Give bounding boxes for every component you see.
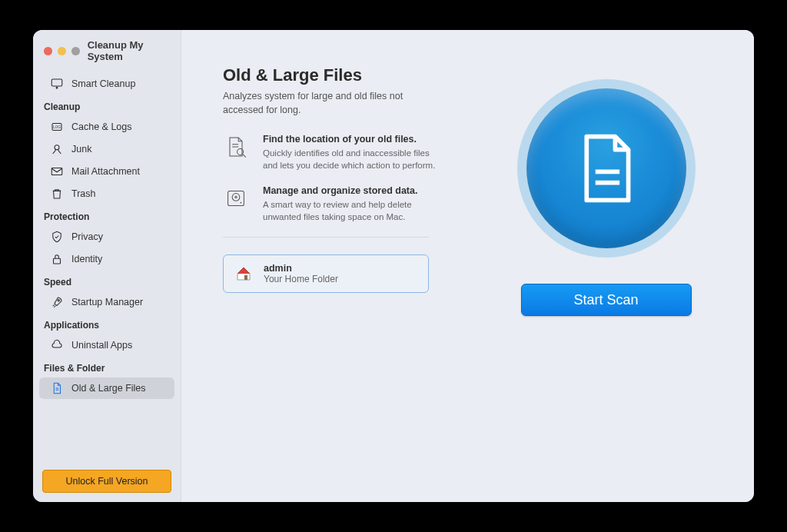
sidebar-item-label: Privacy bbox=[71, 231, 103, 242]
svg-text:LOG: LOG bbox=[53, 125, 61, 129]
sidebar-item-cache-logs[interactable]: LOG Cache & Logs bbox=[39, 116, 174, 138]
sidebar-section-files-folder: Files & Folder bbox=[33, 357, 181, 377]
sidebar-item-label: Uninstall Apps bbox=[71, 340, 132, 351]
sidebar-section-speed: Speed bbox=[33, 271, 181, 291]
apps-icon bbox=[50, 338, 64, 352]
svg-point-15 bbox=[232, 194, 240, 201]
monitor-icon bbox=[50, 77, 64, 91]
sidebar-item-old-large-files[interactable]: Old & Large Files bbox=[39, 377, 174, 399]
sidebar-nav: Smart Cleanup Cleanup LOG Cache & Logs J… bbox=[33, 73, 181, 470]
folder-text: admin Your Home Folder bbox=[264, 263, 338, 284]
sidebar-item-label: Cache & Logs bbox=[71, 121, 132, 132]
zoom-window-button[interactable] bbox=[71, 47, 80, 55]
svg-point-17 bbox=[240, 202, 241, 204]
sidebar-item-label: Trash bbox=[71, 188, 96, 199]
disk-icon bbox=[223, 185, 249, 211]
log-icon: LOG bbox=[50, 120, 64, 134]
sidebar-item-trash[interactable]: Trash bbox=[39, 183, 174, 204]
right-column: Start Scan bbox=[458, 30, 754, 502]
feature-manage-data: Manage and organize stored data. A smart… bbox=[223, 185, 458, 223]
svg-point-7 bbox=[58, 300, 59, 301]
sidebar-section-protection: Protection bbox=[33, 205, 181, 225]
feature-text: Manage and organize stored data. A smart… bbox=[263, 185, 440, 223]
sidebar-item-uninstall-apps[interactable]: Uninstall Apps bbox=[39, 334, 174, 356]
svg-rect-6 bbox=[54, 258, 61, 264]
unlock-label: Unlock Full Version bbox=[66, 476, 148, 487]
sidebar-item-label: Mail Attachment bbox=[71, 166, 140, 177]
trash-icon bbox=[50, 187, 64, 201]
feature-heading: Find the location of your old files. bbox=[263, 134, 440, 145]
home-icon bbox=[234, 264, 253, 283]
mail-icon bbox=[50, 165, 64, 178]
sidebar: Cleanup My System Smart Cleanup Cleanup … bbox=[33, 30, 181, 502]
feature-body: A smart way to review and help delete un… bbox=[263, 198, 440, 223]
start-scan-button[interactable]: Start Scan bbox=[521, 284, 692, 316]
sidebar-item-startup-manager[interactable]: Startup Manager bbox=[39, 291, 174, 313]
divider bbox=[223, 237, 429, 238]
junk-icon bbox=[50, 142, 64, 156]
svg-point-16 bbox=[235, 196, 237, 198]
folder-name: admin bbox=[264, 263, 338, 274]
close-window-button[interactable] bbox=[44, 47, 52, 55]
sidebar-item-mail-attachment[interactable]: Mail Attachment bbox=[39, 161, 174, 182]
page-subtitle: Analyzes system for large and old files … bbox=[223, 90, 438, 117]
content-column: Old & Large Files Analyzes system for la… bbox=[181, 30, 458, 502]
start-scan-label: Start Scan bbox=[573, 292, 638, 308]
svg-point-4 bbox=[55, 145, 59, 150]
svg-rect-0 bbox=[51, 79, 62, 86]
folder-desc: Your Home Folder bbox=[264, 274, 338, 284]
sidebar-item-identity[interactable]: Identity bbox=[39, 248, 174, 270]
rocket-icon bbox=[50, 295, 64, 309]
sidebar-item-label: Old & Large Files bbox=[71, 383, 146, 394]
page-title: Old & Large Files bbox=[223, 65, 458, 85]
lock-icon bbox=[50, 252, 64, 266]
feature-text: Find the location of your old files. Qui… bbox=[263, 134, 440, 171]
feature-body: Quickly identifies old and inaccessible … bbox=[263, 147, 440, 171]
large-file-icon bbox=[572, 130, 641, 207]
sidebar-item-smart-cleanup[interactable]: Smart Cleanup bbox=[39, 73, 174, 95]
minimize-window-button[interactable] bbox=[58, 47, 66, 55]
app-title: Cleanup My System bbox=[88, 39, 181, 62]
unlock-full-version-button[interactable]: Unlock Full Version bbox=[42, 470, 171, 493]
app-window: Cleanup My System Smart Cleanup Cleanup … bbox=[33, 30, 754, 502]
sidebar-item-label: Identity bbox=[71, 254, 102, 264]
sidebar-section-applications: Applications bbox=[33, 314, 181, 334]
sidebar-item-privacy[interactable]: Privacy bbox=[39, 226, 174, 248]
home-folder-card[interactable]: admin Your Home Folder bbox=[223, 254, 429, 293]
sidebar-item-junk[interactable]: Junk bbox=[39, 138, 174, 160]
sidebar-item-label: Startup Manager bbox=[71, 297, 143, 308]
sidebar-section-cleanup: Cleanup bbox=[33, 95, 181, 115]
document-search-icon bbox=[223, 134, 249, 160]
main-content: Old & Large Files Analyzes system for la… bbox=[181, 30, 754, 502]
feature-find-location: Find the location of your old files. Qui… bbox=[223, 134, 458, 171]
sidebar-item-label: Smart Cleanup bbox=[71, 78, 135, 89]
svg-line-13 bbox=[243, 155, 246, 158]
svg-rect-18 bbox=[244, 275, 247, 280]
sidebar-item-label: Junk bbox=[71, 144, 91, 155]
file-icon bbox=[50, 381, 64, 395]
feature-graphic bbox=[526, 88, 686, 248]
svg-point-1 bbox=[56, 87, 58, 88]
svg-rect-5 bbox=[51, 168, 62, 175]
shield-icon bbox=[50, 230, 64, 244]
feature-heading: Manage and organize stored data. bbox=[263, 185, 440, 196]
window-controls: Cleanup My System bbox=[33, 38, 181, 73]
